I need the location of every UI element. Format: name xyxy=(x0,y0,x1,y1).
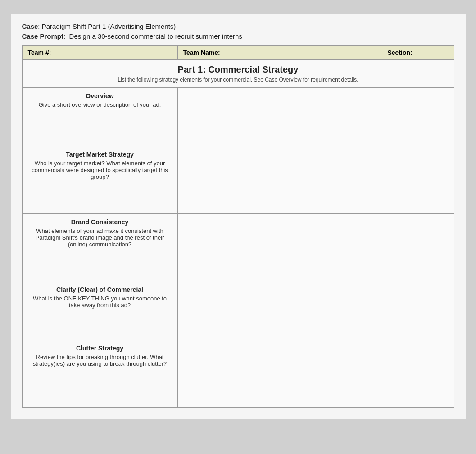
team-number-label: Team #: xyxy=(28,49,51,56)
target-market-title: Target Market Strategy xyxy=(28,151,172,158)
section-label: Section: xyxy=(388,49,413,56)
target-market-label-cell: Target Market Strategy Who is your targe… xyxy=(22,146,177,214)
case-prompt-label: Case Prompt xyxy=(22,32,64,40)
case-prompt: Case Prompt: Design a 30-second commerci… xyxy=(22,32,454,40)
header-row: Team #: Team Name: Section: xyxy=(22,46,454,60)
brand-consistency-answer-cell[interactable] xyxy=(177,214,454,281)
overview-answer-cell[interactable] xyxy=(177,88,454,146)
overview-description: Give a short overview or description of … xyxy=(28,101,172,108)
target-market-row: Target Market Strategy Who is your targe… xyxy=(22,146,454,214)
overview-title: Overview xyxy=(28,92,172,100)
team-name-cell[interactable]: Team Name: xyxy=(177,46,382,60)
clutter-description: Review the tips for breaking through clu… xyxy=(28,354,172,367)
part1-title: Part 1: Commercial Strategy xyxy=(27,64,449,75)
page-container: Case: Paradigm Shift Part 1 (Advertising… xyxy=(11,14,466,419)
case-label: Case xyxy=(22,23,38,30)
clarity-answer-cell[interactable] xyxy=(177,281,454,340)
section-cell[interactable]: Section: xyxy=(382,46,454,60)
overview-label-cell: Overview Give a short overview or descri… xyxy=(22,88,177,146)
clutter-answer-cell[interactable] xyxy=(177,340,454,408)
brand-consistency-description: What elements of your ad make it consist… xyxy=(28,227,172,248)
brand-consistency-label-cell: Brand Consistency What elements of your … xyxy=(22,214,177,281)
target-market-answer-cell[interactable] xyxy=(177,146,454,214)
clutter-strategy-row: Clutter Strategy Review the tips for bre… xyxy=(22,340,454,408)
part1-subtitle: List the following strategy elements for… xyxy=(27,77,449,83)
clarity-description: What is the ONE KEY THING you want someo… xyxy=(28,295,172,309)
clarity-label-cell: Clarity (Clear) of Commercial What is th… xyxy=(22,281,177,340)
target-market-description: Who is your target market? What elements… xyxy=(28,160,172,180)
brand-consistency-title: Brand Consistency xyxy=(28,218,172,226)
clarity-row: Clarity (Clear) of Commercial What is th… xyxy=(22,281,454,340)
brand-consistency-row: Brand Consistency What elements of your … xyxy=(22,214,454,281)
case-title: Case: Paradigm Shift Part 1 (Advertising… xyxy=(22,23,454,30)
case-value: Paradigm Shift Part 1 (Advertising Eleme… xyxy=(42,23,176,30)
clarity-title: Clarity (Clear) of Commercial xyxy=(28,286,172,293)
clutter-label-cell: Clutter Strategy Review the tips for bre… xyxy=(22,340,177,408)
team-number-cell[interactable]: Team #: xyxy=(22,46,177,60)
team-name-label: Team Name: xyxy=(183,49,220,56)
main-table: Team #: Team Name: Section: Part 1: Comm… xyxy=(22,45,454,408)
title-row: Part 1: Commercial Strategy List the fol… xyxy=(22,60,454,88)
case-prompt-value: Design a 30-second commercial to recruit… xyxy=(69,32,242,40)
overview-row: Overview Give a short overview or descri… xyxy=(22,88,454,146)
title-cell: Part 1: Commercial Strategy List the fol… xyxy=(22,60,454,88)
clutter-title: Clutter Strategy xyxy=(28,345,172,352)
